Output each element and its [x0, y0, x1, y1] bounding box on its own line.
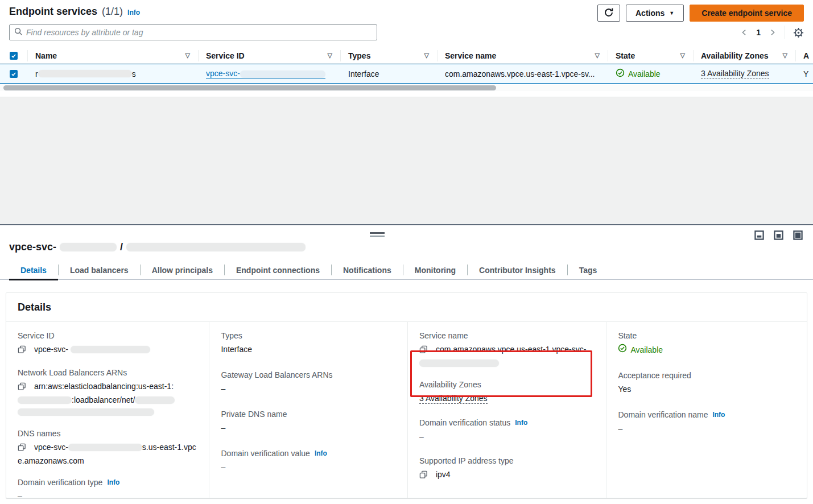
- copy-icon[interactable]: [18, 443, 26, 455]
- redacted-service-name: [126, 243, 306, 251]
- page-header: Endpoint services (1/1) Info: [9, 6, 140, 18]
- field-private-dns-name: Private DNS name –: [221, 408, 396, 434]
- search-box[interactable]: [9, 24, 377, 40]
- field-acceptance-required: Acceptance required Yes: [618, 370, 795, 395]
- column-header-service-name[interactable]: Service name▽: [437, 48, 608, 63]
- preferences-gear-icon[interactable]: [793, 27, 804, 38]
- redacted-lb-name: [135, 396, 175, 404]
- table-row[interactable]: r s vpce-svc- Interface com.amazonaws.vp…: [0, 64, 813, 84]
- details-column-1: Service ID vpce-svc- Network Load Balanc…: [6, 322, 209, 498]
- tab-allow-principals[interactable]: Allow principals: [141, 261, 224, 279]
- chevron-down-icon: ▼: [669, 10, 674, 16]
- redacted-service-id: [71, 346, 150, 353]
- pagination: 1: [740, 26, 804, 39]
- copy-icon[interactable]: [18, 382, 26, 394]
- column-header-types[interactable]: Types▽: [340, 48, 437, 63]
- column-header-state[interactable]: State▽: [608, 48, 693, 63]
- tab-tags[interactable]: Tags: [568, 261, 609, 279]
- redacted-name: [38, 70, 132, 77]
- field-domain-verification-type: Domain verification typeInfo –: [18, 477, 197, 502]
- info-link[interactable]: Info: [712, 409, 725, 420]
- availability-zones-link[interactable]: 3 Availability Zones: [419, 394, 488, 404]
- select-all-checkbox[interactable]: [10, 52, 18, 60]
- column-header-availability-zones[interactable]: Availability Zones▽: [693, 48, 795, 63]
- field-domain-verification-name: Domain verification nameInfo –: [618, 409, 795, 435]
- row-checkbox[interactable]: [10, 70, 18, 78]
- status-badge: Available: [630, 344, 663, 356]
- sort-icon[interactable]: ▽: [595, 52, 600, 59]
- scrollbar-thumb[interactable]: [3, 85, 496, 90]
- column-header-service-id[interactable]: Service ID▽: [198, 48, 340, 63]
- split-panel-drag-handle[interactable]: [370, 232, 385, 237]
- row-service-id-cell: vpce-svc-: [198, 69, 340, 79]
- field-supported-ip: Supported IP address type ipv4: [419, 455, 595, 482]
- tab-details[interactable]: Details: [9, 261, 58, 279]
- field-service-name: Service name com.amazonaws.vpce.us-east-…: [419, 330, 595, 369]
- empty-table-area: [0, 97, 813, 224]
- tab-monitoring[interactable]: Monitoring: [403, 261, 467, 279]
- panel-position-side-icon[interactable]: [774, 230, 783, 240]
- details-heading: Details: [18, 301, 51, 313]
- info-link[interactable]: Info: [107, 477, 119, 488]
- column-header-acceptance[interactable]: A: [795, 48, 813, 63]
- info-link[interactable]: Info: [515, 417, 527, 428]
- panel-title: vpce-svc- /: [9, 241, 306, 253]
- details-card: Details Service ID vpce-svc- Ne: [6, 292, 807, 498]
- copy-icon[interactable]: [18, 345, 26, 357]
- horizontal-scrollbar[interactable]: [0, 85, 813, 91]
- search-input[interactable]: [26, 28, 372, 37]
- pager-divider: [785, 26, 785, 39]
- details-card-body: Service ID vpce-svc- Network Load Balanc…: [6, 322, 807, 498]
- panel-layout-controls: [754, 230, 803, 240]
- tab-load-balancers[interactable]: Load balancers: [59, 261, 140, 279]
- tab-endpoint-connections[interactable]: Endpoint connections: [225, 261, 331, 279]
- tab-contributor-insights[interactable]: Contributor Insights: [468, 261, 567, 279]
- field-state: State Available: [618, 330, 795, 356]
- endpoint-services-page: Endpoint services (1/1) Info Actions ▼ C…: [0, 0, 813, 504]
- create-endpoint-service-button[interactable]: Create endpoint service: [690, 5, 804, 22]
- detail-split-panel: vpce-svc- / Details Load balancers Allow…: [0, 224, 813, 504]
- status-badge: Available: [628, 69, 661, 79]
- column-header-name[interactable]: Name▽: [27, 48, 198, 63]
- panel-position-bottom-icon[interactable]: [754, 230, 764, 240]
- create-button-label: Create endpoint service: [701, 9, 792, 18]
- field-nlb-arns: Network Load Balancers ARNs arn:aws:elas…: [18, 367, 197, 418]
- panel-maximize-icon[interactable]: [793, 230, 803, 240]
- row-acceptance-cell: Y: [795, 69, 813, 79]
- info-link[interactable]: Info: [315, 448, 327, 459]
- service-id-link[interactable]: vpce-svc-: [206, 69, 325, 79]
- row-availability-zones-cell: 3 Availability Zones: [693, 69, 795, 79]
- header-actions: Actions ▼ Create endpoint service: [597, 5, 804, 22]
- redacted-dns: [68, 444, 142, 451]
- redacted-lb-name: [18, 408, 154, 416]
- details-column-2: Types Interface Gateway Load Balancers A…: [209, 322, 407, 498]
- sort-icon[interactable]: ▽: [783, 52, 787, 59]
- refresh-button[interactable]: [597, 5, 620, 22]
- sort-icon[interactable]: ▽: [185, 52, 190, 59]
- resource-count: (1/1): [102, 6, 123, 18]
- refresh-icon: [604, 7, 614, 19]
- copy-icon[interactable]: [419, 470, 428, 482]
- actions-button-label: Actions: [635, 9, 665, 18]
- row-select-cell: [0, 70, 27, 78]
- page-number[interactable]: 1: [756, 28, 761, 37]
- row-types-cell: Interface: [340, 69, 437, 79]
- panel-tabs: Details Load balancers Allow principals …: [0, 261, 813, 280]
- previous-page-icon[interactable]: [740, 28, 748, 36]
- availability-zones-link[interactable]: 3 Availability Zones: [701, 69, 769, 79]
- header-info-link[interactable]: Info: [127, 9, 140, 16]
- details-column-3: Service name com.amazonaws.vpce.us-east-…: [407, 322, 606, 498]
- details-column-4: State Available Acceptance required: [606, 322, 807, 498]
- tab-notifications[interactable]: Notifications: [332, 261, 403, 279]
- details-card-header: Details: [6, 293, 807, 322]
- sort-icon[interactable]: ▽: [424, 52, 429, 59]
- row-service-name-cell: com.amazonaws.vpce.us-east-1.vpce-sv...: [437, 69, 608, 79]
- field-domain-verification-status: Domain verification statusInfo –: [419, 417, 595, 443]
- row-name-cell: r s: [27, 69, 198, 79]
- sort-icon[interactable]: ▽: [328, 52, 332, 59]
- redacted-service-id: [60, 243, 117, 251]
- copy-icon[interactable]: [419, 345, 428, 357]
- sort-icon[interactable]: ▽: [680, 52, 685, 59]
- actions-button[interactable]: Actions ▼: [626, 5, 684, 22]
- next-page-icon[interactable]: [769, 28, 777, 36]
